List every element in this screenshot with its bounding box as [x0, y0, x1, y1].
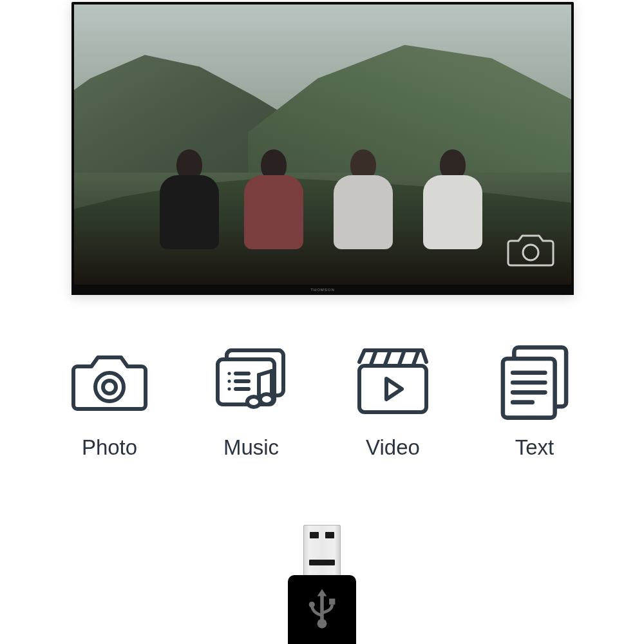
person-silhouette [328, 149, 399, 262]
brand-text: THOMSON [310, 288, 335, 292]
svg-rect-13 [359, 366, 426, 412]
svg-rect-26 [329, 599, 335, 605]
video-icon [354, 346, 431, 417]
svg-point-11 [247, 397, 260, 407]
usb-body [288, 575, 356, 644]
media-item-music[interactable]: Music [213, 346, 290, 460]
svg-point-2 [103, 381, 116, 393]
svg-point-7 [228, 388, 231, 391]
camera-icon [507, 232, 554, 268]
person-silhouette [417, 149, 488, 262]
photo-icon [71, 346, 148, 417]
media-label: Text [515, 435, 554, 460]
music-icon [213, 346, 290, 417]
tv-brand-label: THOMSON [71, 285, 574, 295]
svg-line-16 [399, 350, 404, 365]
text-icon [496, 346, 573, 417]
svg-point-5 [228, 372, 231, 375]
person-silhouette [238, 149, 309, 262]
media-item-text[interactable]: Text [496, 346, 573, 460]
tv-frame: THOMSON [71, 2, 574, 295]
media-label: Music [223, 435, 279, 460]
svg-point-0 [523, 245, 538, 260]
svg-line-15 [385, 350, 390, 365]
media-label: Photo [82, 435, 137, 460]
tv-screen [74, 5, 571, 285]
usb-icon [304, 587, 340, 634]
svg-line-17 [413, 350, 419, 365]
media-label: Video [366, 435, 420, 460]
svg-point-6 [228, 380, 231, 383]
svg-rect-19 [503, 359, 555, 418]
media-type-row: Photo Music [0, 346, 644, 460]
svg-point-24 [317, 619, 327, 629]
usb-connector [303, 525, 341, 578]
usb-drive [288, 525, 356, 644]
person-silhouette [154, 149, 225, 262]
svg-point-1 [95, 373, 124, 401]
svg-line-14 [371, 350, 376, 365]
media-item-video[interactable]: Video [354, 346, 431, 460]
media-item-photo[interactable]: Photo [71, 346, 148, 460]
svg-point-12 [260, 394, 273, 404]
